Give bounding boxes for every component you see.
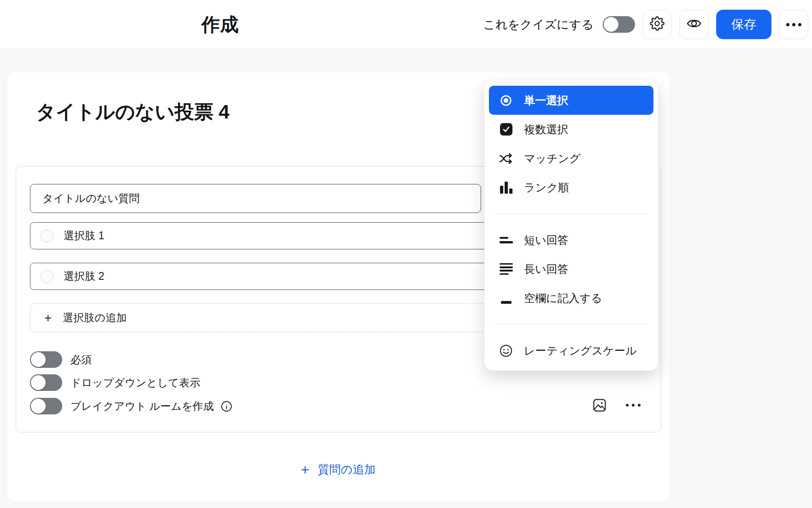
menu-divider — [494, 324, 648, 325]
question-more-button[interactable] — [626, 404, 641, 407]
add-option-label: 選択肢の追加 — [63, 311, 127, 325]
breakout-toggle-row: ブレイクアウト ルームを作成 — [30, 398, 233, 414]
option-label: 選択肢 2 — [64, 269, 104, 284]
dropdown-toggle-row: ドロップダウンとして表示 — [30, 374, 200, 391]
menu-item-rank-order[interactable]: ランク順 — [489, 173, 653, 202]
menu-item-single-choice[interactable]: 単一選択 — [489, 86, 653, 115]
quiz-toggle[interactable] — [603, 16, 635, 33]
menu-item-matching[interactable]: マッチング — [489, 144, 653, 173]
menu-item-label: 空欄に記入する — [524, 291, 602, 306]
menu-item-rating-scale[interactable]: レーティングスケール — [489, 336, 653, 365]
toggle-knob — [31, 399, 46, 413]
question-type-menu: 単一選択 複数選択 マッチング ランク順 — [484, 80, 658, 371]
menu-item-fill-in-blank[interactable]: 空欄に記入する — [489, 284, 653, 313]
poll-title[interactable]: タイトルのない投票 4 — [36, 99, 229, 125]
menu-item-label: ランク順 — [524, 180, 569, 195]
shuffle-icon — [498, 153, 514, 165]
create-breakout-rooms-toggle[interactable] — [30, 398, 62, 414]
toggle-label: ドロップダウンとして表示 — [71, 376, 200, 390]
checkbox-icon — [498, 123, 514, 136]
smiley-icon — [498, 344, 514, 358]
menu-item-label: 長い回答 — [524, 262, 569, 277]
menu-item-label: 短い回答 — [524, 233, 569, 248]
radio-selected-icon — [498, 94, 514, 107]
plus-icon: + — [44, 312, 52, 325]
toggle-knob — [604, 17, 618, 32]
short-answer-icon — [498, 237, 514, 243]
menu-item-short-answer[interactable]: 短い回答 — [489, 225, 653, 254]
fill-blank-icon — [498, 293, 514, 304]
top-bar-controls: これをクイズにする 保存 — [483, 0, 808, 49]
required-toggle[interactable] — [30, 351, 62, 368]
toggle-label: ブレイクアウト ルームを作成 — [71, 399, 214, 413]
add-question-label: 質問の追加 — [318, 462, 376, 477]
info-icon[interactable] — [220, 400, 233, 413]
radio-icon — [41, 270, 53, 283]
plus-icon: + — [301, 462, 310, 477]
question-title-input[interactable]: タイトルのない質問 — [30, 184, 481, 213]
long-answer-icon — [498, 263, 514, 275]
add-image-button[interactable] — [593, 398, 606, 412]
menu-item-label: 複数選択 — [524, 122, 568, 137]
radio-icon — [41, 230, 53, 242]
add-question-button[interactable]: + 質問の追加 — [301, 462, 376, 477]
show-as-dropdown-toggle[interactable] — [30, 374, 62, 391]
menu-item-long-answer[interactable]: 長い回答 — [489, 254, 653, 284]
toggle-knob — [31, 352, 46, 367]
option-label: 選択肢 1 — [64, 229, 104, 243]
required-toggle-row: 必須 — [30, 351, 92, 368]
toggle-label: 必須 — [71, 353, 92, 367]
settings-button[interactable] — [642, 10, 672, 39]
menu-item-label: 単一選択 — [524, 93, 568, 108]
page-title: 作成 — [201, 12, 239, 37]
menu-item-label: レーティングスケール — [524, 343, 637, 358]
preview-button[interactable] — [679, 10, 709, 39]
quiz-toggle-label: これをクイズにする — [483, 17, 594, 33]
more-options-button[interactable] — [779, 10, 808, 39]
menu-item-multiple-choice[interactable]: 複数選択 — [489, 115, 653, 144]
toggle-knob — [31, 375, 46, 390]
gear-icon — [650, 16, 665, 33]
save-button[interactable]: 保存 — [716, 10, 771, 39]
question-card-actions — [593, 396, 641, 414]
menu-divider — [494, 213, 648, 214]
ellipsis-icon — [786, 23, 801, 26]
eye-icon — [686, 16, 702, 33]
bar-chart-icon — [498, 182, 514, 194]
menu-item-label: マッチング — [524, 151, 581, 166]
top-bar: 作成 これをクイズにする 保存 — [0, 0, 812, 49]
